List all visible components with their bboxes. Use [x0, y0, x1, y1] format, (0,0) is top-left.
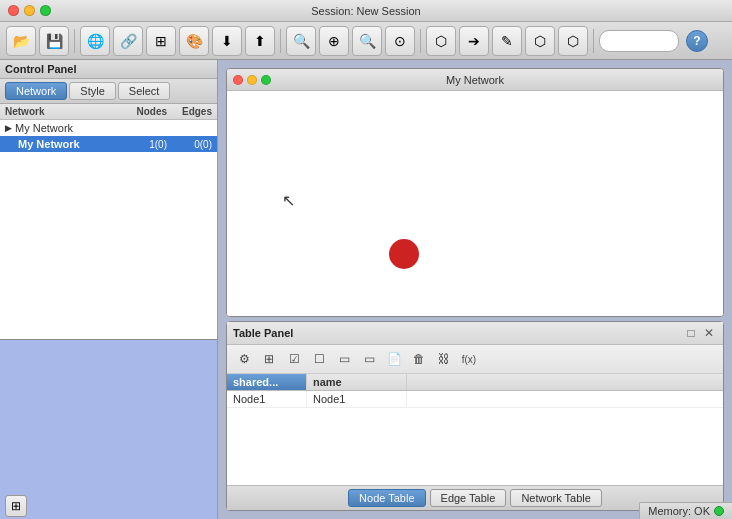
table-panel-title: Table Panel — [233, 327, 293, 339]
table-body: Node1 Node1 — [227, 391, 723, 485]
network-item-edges: 0(0) — [167, 139, 212, 150]
group-button[interactable]: ⬡ — [525, 26, 555, 56]
left-bottom-panel — [0, 339, 217, 519]
nw-max-button[interactable] — [261, 75, 271, 85]
node-layout-button[interactable]: ⬡ — [426, 26, 456, 56]
control-panel-tabs: Network Style Select — [0, 79, 217, 104]
network-item[interactable]: My Network 1(0) 0(0) — [0, 136, 217, 152]
network-table-button[interactable]: Network Table — [510, 489, 602, 507]
help-button[interactable]: ? — [686, 30, 708, 52]
minimize-button[interactable] — [24, 5, 35, 16]
function-icon[interactable]: f(x) — [458, 348, 480, 370]
edge-table-button[interactable]: Edge Table — [430, 489, 507, 507]
layout-button[interactable]: ⊞ — [146, 26, 176, 56]
zoom-fit-button[interactable]: 🌐 — [80, 26, 110, 56]
memory-label: Memory: OK — [648, 505, 710, 517]
title-bar: Session: New Session — [0, 0, 732, 22]
toolbar: 📂 💾 🌐 🔗 ⊞ 🎨 ⬇ ⬆ 🔍 ⊕ 🔍 ⊙ ⬡ ➔ ✎ ⬡ ⬡ ? — [0, 22, 732, 60]
table-row[interactable]: Node1 Node1 — [227, 391, 723, 408]
edge-layout-button[interactable]: ➔ — [459, 26, 489, 56]
link-icon[interactable]: ⛓ — [433, 348, 455, 370]
tab-network[interactable]: Network — [5, 82, 67, 100]
nw-close-button[interactable] — [233, 75, 243, 85]
control-panel-header: Control Panel — [0, 60, 217, 79]
node-table-button[interactable]: Node Table — [348, 489, 425, 507]
status-bar: Memory: OK — [639, 502, 732, 519]
tab-select[interactable]: Select — [118, 82, 171, 100]
zoom-reset-button[interactable]: ⊕ — [319, 26, 349, 56]
settings-icon[interactable]: ⚙ — [233, 348, 255, 370]
col-header-shared[interactable]: shared... — [227, 374, 307, 390]
network-window: My Network ↖ — [226, 68, 724, 317]
checkbox2-icon[interactable]: ☐ — [308, 348, 330, 370]
table-panel-controls: □ ✕ — [683, 325, 717, 341]
network-window-title: My Network — [446, 74, 504, 86]
network-table-header: Network Nodes Edges — [0, 104, 217, 120]
network-canvas[interactable]: ↖ — [227, 91, 723, 316]
annotate-button[interactable]: ✎ — [492, 26, 522, 56]
zoom-in-button[interactable]: 🔍 — [352, 26, 382, 56]
network-item-nodes: 1(0) — [122, 139, 167, 150]
center-area: My Network ↖ Table Panel □ ✕ ⚙ ⊞ ☑ ☐ ▭ — [218, 60, 732, 519]
network-traffic-lights — [233, 75, 271, 85]
rect-icon[interactable]: ▭ — [333, 348, 355, 370]
cell-shared: Node1 — [227, 391, 307, 407]
toolbar-sep-1 — [74, 29, 75, 53]
select-node-button[interactable]: ⬡ — [558, 26, 588, 56]
checkbox-icon[interactable]: ☑ — [283, 348, 305, 370]
network-parent-item[interactable]: ▶ My Network — [0, 120, 217, 136]
zoom-selection-button[interactable]: ⊙ — [385, 26, 415, 56]
table-panel: Table Panel □ ✕ ⚙ ⊞ ☑ ☐ ▭ ▭ 📄 🗑 ⛓ f(x) s… — [226, 321, 724, 511]
col-header-name[interactable]: name — [307, 374, 407, 390]
network-item-name: My Network — [18, 138, 122, 150]
table-panel-close-button[interactable]: ✕ — [701, 325, 717, 341]
export-button[interactable]: ⬆ — [245, 26, 275, 56]
main-layout: Control Panel Network Style Select Netwo… — [0, 60, 732, 519]
network-parent-label: My Network — [15, 122, 73, 134]
toolbar-sep-2 — [280, 29, 281, 53]
cursor-indicator: ↖ — [282, 191, 295, 210]
maximize-button[interactable] — [40, 5, 51, 16]
zoom-out-button[interactable]: 🔍 — [286, 26, 316, 56]
close-button[interactable] — [8, 5, 19, 16]
col-network: Network — [5, 106, 122, 117]
network-list: ▶ My Network My Network 1(0) 0(0) — [0, 120, 217, 339]
memory-indicator — [714, 506, 724, 516]
traffic-lights — [8, 5, 51, 16]
open-button[interactable]: 📂 — [6, 26, 36, 56]
tab-style[interactable]: Style — [69, 82, 115, 100]
table-panel-header: Table Panel □ ✕ — [227, 322, 723, 345]
export-icon[interactable]: 📄 — [383, 348, 405, 370]
left-panel: Control Panel Network Style Select Netwo… — [0, 60, 218, 519]
bottom-left-button[interactable]: ⊞ — [5, 495, 27, 517]
table-columns-row: shared... name — [227, 374, 723, 391]
import-button[interactable]: ⬇ — [212, 26, 242, 56]
network-button[interactable]: 🔗 — [113, 26, 143, 56]
col-nodes: Nodes — [122, 106, 167, 117]
nw-min-button[interactable] — [247, 75, 257, 85]
style-button[interactable]: 🎨 — [179, 26, 209, 56]
col-edges: Edges — [167, 106, 212, 117]
toolbar-sep-4 — [593, 29, 594, 53]
search-input[interactable] — [599, 30, 679, 52]
save-button[interactable]: 💾 — [39, 26, 69, 56]
network-node[interactable] — [389, 239, 419, 269]
toolbar-sep-3 — [420, 29, 421, 53]
columns-icon[interactable]: ⊞ — [258, 348, 280, 370]
rect2-icon[interactable]: ▭ — [358, 348, 380, 370]
table-panel-resize-button[interactable]: □ — [683, 325, 699, 341]
table-toolbar: ⚙ ⊞ ☑ ☐ ▭ ▭ 📄 🗑 ⛓ f(x) — [227, 345, 723, 374]
network-window-titlebar: My Network — [227, 69, 723, 91]
window-title: Session: New Session — [311, 5, 420, 17]
cell-name: Node1 — [307, 391, 407, 407]
delete-icon[interactable]: 🗑 — [408, 348, 430, 370]
